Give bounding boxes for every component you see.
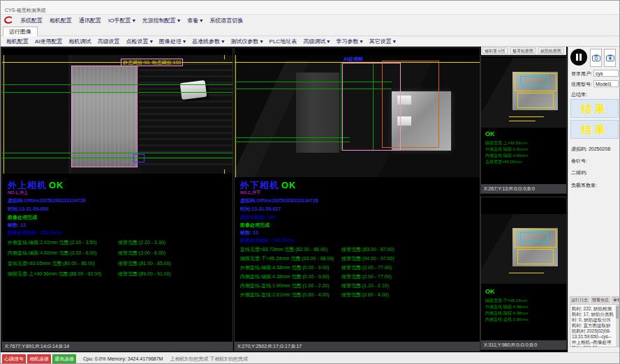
toolbar-advanced-debug[interactable]: 高级调试 ▾ (303, 38, 330, 45)
middle-camera-id: NO:2_外下 (240, 190, 260, 196)
menu-item-light-config[interactable]: 光源控制配置 ▾ (142, 17, 180, 24)
result-ok-badge: OK (281, 180, 297, 190)
toolbar-other-settings[interactable]: 其它设置 ▾ (369, 38, 396, 45)
baseline-overlay (2, 62, 232, 63)
total-result-box-1: 结果 (570, 99, 619, 118)
aux-tab-tab-contour[interactable]: 极耳轮廓图 (510, 47, 536, 54)
measure-line (2, 158, 232, 158)
menu-item-comm-config[interactable]: 通讯配置 (79, 17, 101, 24)
connector-part (180, 80, 207, 100)
toolbar-camera-debug[interactable]: 相机调试 (69, 38, 91, 45)
alarm-range: 报警范围:(2.00 - 77.00) (341, 273, 392, 280)
menu-item-view[interactable]: 查看 ▾ (187, 17, 202, 24)
login-user-field[interactable]: cys (593, 70, 619, 77)
menu-item-language-switch[interactable]: 系统语言切换 (209, 17, 243, 24)
roi-box-yellow (517, 93, 554, 108)
tab-run-image[interactable]: 运行图像 (3, 26, 38, 36)
toolbar-baseline-params[interactable]: 基准线参数 ▾ (192, 38, 224, 45)
toolbar-image-processing[interactable]: 图像处理 ▾ (159, 38, 186, 45)
aux-thumb-top: OK 隔膜宽度-上=90.56mm 外侧直线-隔膜:2.91mm 内侧直线-隔膜… (481, 56, 566, 193)
heartbeat-indicator: 心跳信号 (2, 354, 26, 364)
camera-icon (592, 54, 600, 61)
measure-line (2, 92, 232, 93)
thumb-result-ok: OK (485, 130, 495, 137)
result-ok-badge: OK (49, 180, 64, 190)
measurement-value: 直线宽度=83.05mm 范围:(80.00 - 86.00) (8, 260, 95, 267)
main-area: 静态阈值:93, 动态阈值:100 外上相机OK NO:1_外上 虚拟码:Off… (1, 47, 620, 352)
measurement-value: 隔膜宽度-下=95.24mm 范围:(93.00 - 98.00) (240, 255, 334, 262)
aux-bottom-coordinate-readout: X:311;Y:980;R:0;G:0;B:0 (481, 340, 566, 349)
aux-tab-defect-contour[interactable]: 缺陷轮廓图 (538, 47, 563, 54)
measurement-value: 内侧直线-直线:1.90mm 范围:(1.00 - 2.20) (240, 282, 330, 289)
model-field[interactable]: Model1 (593, 80, 619, 87)
toolbar: 相机配置 AI使用配置 相机调试 高级设置 点检设置 ▾ 图像处理 ▾ 基准线参… (1, 36, 619, 47)
alarm-range: 报警范围:(83.00 - 87.00) (341, 246, 394, 253)
roi-box-cyan (520, 232, 548, 242)
log-scrollbar[interactable] (616, 305, 619, 347)
alarm-range: 报警范围:(1.10 - 2.10) (341, 282, 389, 289)
toolbar-learning-params[interactable]: 学习参数 ▾ (336, 38, 362, 45)
middle-coordinate-readout: X:270;Y:2502;R:17;G:17;B:17 (235, 342, 480, 351)
camera-name: 外下相机 (240, 180, 279, 190)
tab-strip: 运行图像 (1, 26, 619, 36)
virtual-code-label: 虚拟码: 20250208 (571, 146, 610, 153)
aux-thumb-bottom: OK 隔膜宽度-下=95.24mm 外侧直线-隔膜:4.38mm 内侧直线-隔膜… (481, 197, 566, 349)
camera-status-text: 上相机5:拍照完成 下相机5:拍照完成 (170, 356, 248, 363)
measurement-value: 直线宽度=83.73mm 范围:(82.00 - 88.00) (240, 246, 327, 253)
toolbar-spot-check[interactable]: 点检设置 ▾ (126, 38, 153, 45)
aux-thumb-top-image[interactable] (481, 58, 566, 128)
ai-time-text: 调用AI耗时: 160 (240, 214, 276, 221)
time-text: 时间:13-31-59-650 (8, 206, 48, 213)
cpu-memory-readout: Cpu: 0.0% Memory: 3424.4179687M (83, 356, 163, 361)
alarm-range: 报警范围:(2.00 - 77.00) (341, 264, 392, 271)
total-result-box-2: 结果 (570, 120, 619, 139)
left-camera-image[interactable]: 静态阈值:93, 动态阈值:100 (2, 55, 232, 174)
measurement-value: 内侧直线-隔膜:4.38mm 范围:(0.00 - 9.00) (240, 273, 330, 280)
barcode-text: 虚拟码:Offline20250208133134728 (8, 197, 86, 204)
toolbar-advanced-settings[interactable]: 高级设置 (98, 38, 120, 45)
measure-line (235, 137, 350, 138)
alarm-range: 报警范围:(0.60 - 4.00) (341, 291, 389, 298)
toolbar-ai-config[interactable]: AI使用配置 (35, 38, 63, 45)
edge-guide-line (235, 55, 236, 177)
log-tab-audit[interactable]: 审核信息 (612, 296, 620, 303)
aux-tab-display[interactable]: 辅助显示区 (482, 47, 508, 54)
process-time-text: 图像处理耗时: 256.00ms (8, 229, 62, 236)
menu-item-camera-config[interactable]: 相机配置 (50, 17, 72, 24)
measurement-row: 隔膜宽度-下=95.24mm 范围:(93.00 - 98.00)报警范围:(9… (240, 255, 477, 261)
menu-item-system-config[interactable]: 系统配置 (20, 17, 43, 24)
alarm-range: 报警范围:(81.00 - 85.00) (118, 260, 171, 267)
pause-button[interactable] (570, 49, 587, 66)
middle-camera-image[interactable]: AI处理框 (235, 55, 480, 177)
left-coordinate-readout: X:7677;Y:891;R:14;G:14;B:14 (2, 342, 232, 351)
edge-guide-line (3, 55, 4, 174)
qr-code-label: 二维码: (571, 169, 587, 176)
ai-box-label: AI处理框 (344, 56, 363, 63)
toolbar-tester-params[interactable]: 测试仪参数 ▾ (230, 38, 263, 45)
log-tab-alarm[interactable]: 报警信息 (591, 296, 610, 303)
frame-count-text: 帧数: 13 (240, 229, 258, 236)
measurement-row: 内侧直线-隔膜:4.38mm 范围:(0.00 - 9.00)报警范围:(2.0… (240, 273, 477, 280)
login-user-label: 登录用户: (571, 70, 592, 77)
roi-box-cyan (520, 76, 548, 86)
process-done-text: 图像处理完成 (240, 222, 270, 229)
app-window: CYS-视觉检测系统 系统配置 相机配置 通讯配置 IO手配置 ▾ 光源控制配置… (0, 0, 620, 364)
comm-link-indicator: 通讯连接 (52, 354, 76, 364)
toolbar-camera-config[interactable]: 相机配置 (6, 38, 29, 45)
measurement-row: 外侧直线-隔膜:2.91mm 范围:(2.00 - 3.50)报警范围:(2.2… (8, 239, 230, 245)
thumb-measure-line: 内侧直线-隔膜:4.60mm (485, 153, 528, 159)
log-tab-run[interactable]: 运行日志 (570, 296, 589, 303)
annotation-mark (509, 273, 544, 273)
thumb-measure-line: 隔膜宽度-下=95.24mm (485, 298, 528, 304)
annotation-mark (509, 121, 536, 121)
measurement-row: 外侧直线-直线:2.61mm 范围:(0.60 - 4.00)报警范围:(0.6… (240, 291, 477, 298)
measurement-row: 外侧直线-隔膜:4.38mm 范围:(0.00 - 9.00)报警范围:(2.0… (240, 264, 477, 271)
model-label: 使用型号: (571, 81, 592, 88)
aux-thumb-bottom-image[interactable] (481, 214, 566, 284)
camera-snapshot-button[interactable] (590, 49, 602, 67)
toolbar-plc-address[interactable]: PLC地址表 (270, 38, 297, 45)
menu-item-io-config[interactable]: IO手配置 ▾ (108, 17, 135, 24)
alarm-range: 报警范围:(94.00 - 97.00) (341, 255, 394, 262)
alarm-range: 报警范围:(3.00 - 6.00) (118, 250, 165, 257)
camera-save-button[interactable] (604, 49, 616, 67)
